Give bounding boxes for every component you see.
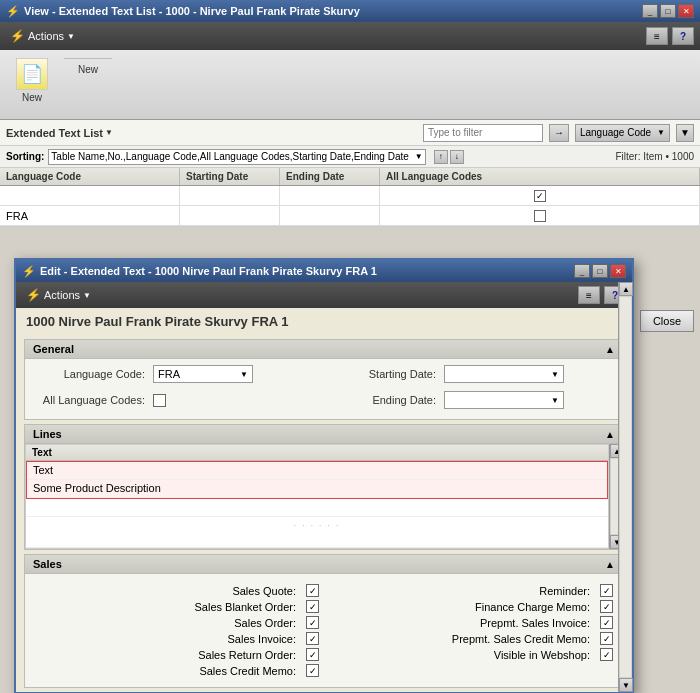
- table-row: FRA: [0, 206, 700, 226]
- lines-row-empty2[interactable]: [26, 530, 608, 548]
- expand-button[interactable]: ▼: [676, 124, 694, 142]
- list-bar: Extended Text List ▼ → Language Code ▼ ▼: [0, 120, 700, 146]
- language-code-dropdown-icon: ▼: [240, 370, 248, 379]
- language-code-select[interactable]: FRA ▼: [153, 365, 253, 383]
- lines-row-1[interactable]: Text: [27, 462, 607, 480]
- sales-blanket-order-checkbox[interactable]: ✓: [306, 600, 319, 613]
- language-code-row: Language Code: FRA ▼: [35, 365, 322, 383]
- sales-item-visible-webshop: Visible in Webshop: ✓: [329, 648, 613, 661]
- prepmt-sales-credit-memo-checkbox[interactable]: ✓: [600, 632, 613, 645]
- sales-quote-checkbox[interactable]: ✓: [306, 584, 319, 597]
- dialog-heading: 1000 Nirve Paul Frank Pirate Skurvy FRA …: [16, 308, 632, 335]
- dialog-minimize-button[interactable]: _: [574, 264, 590, 278]
- dialog-lightning-icon: ⚡: [22, 265, 36, 278]
- dialog-window-controls: _ □ ✕: [574, 264, 626, 278]
- sales-credit-memo-checkbox[interactable]: ✓: [306, 664, 319, 677]
- language-code-dropdown[interactable]: Language Code ▼: [575, 124, 670, 142]
- dialog-actions-button[interactable]: ⚡ Actions ▼: [22, 286, 95, 304]
- table-row: ✓: [0, 186, 700, 206]
- dialog-scrollbar: ▲ ▼: [618, 282, 632, 692]
- close-button-main[interactable]: ✕: [678, 4, 694, 18]
- help-button[interactable]: ?: [672, 27, 694, 45]
- dialog-close-button[interactable]: ✕: [610, 264, 626, 278]
- starting-date-field[interactable]: ▼: [444, 365, 564, 383]
- sales-item-prepmt-invoice: Prepmt. Sales Invoice: ✓: [329, 616, 613, 629]
- col-ending-date: Ending Date: [280, 168, 380, 185]
- close-panel: Close: [640, 310, 694, 332]
- sales-grid: Sales Quote: ✓ Reminder: ✓ Sales Blanket…: [35, 580, 613, 681]
- dialog-maximize-button[interactable]: □: [592, 264, 608, 278]
- dialog-scroll-up[interactable]: ▲: [619, 282, 633, 296]
- lines-section: Lines ▲ Text Text Some Product Descripti…: [24, 424, 624, 550]
- new-button[interactable]: 📄 New: [8, 54, 56, 107]
- toolbar-right-controls: ≡ ?: [646, 27, 694, 45]
- cell-starting-date-2[interactable]: [180, 206, 280, 225]
- actions-menu-button[interactable]: ⚡ Actions ▼: [6, 27, 79, 45]
- cell-ending-date-1[interactable]: [280, 186, 380, 205]
- cell-all-language-codes-2[interactable]: [380, 206, 700, 225]
- view-options-button[interactable]: ≡: [646, 27, 668, 45]
- filter-button[interactable]: →: [549, 124, 569, 142]
- dialog-view-options-button[interactable]: ≡: [578, 286, 600, 304]
- actions-lightning-icon: ⚡: [10, 29, 25, 43]
- general-section-collapse-icon[interactable]: ▲: [605, 344, 615, 355]
- filter-input[interactable]: [423, 124, 543, 142]
- lines-section-header: Lines ▲: [25, 425, 623, 444]
- sales-return-order-checkbox[interactable]: ✓: [306, 648, 319, 661]
- sales-section: Sales ▲ Sales Quote: ✓ Reminder: ✓ Sales…: [24, 554, 624, 688]
- dialog-toolbar: ⚡ Actions ▼ ≡ ?: [16, 282, 632, 308]
- cell-ending-date-2[interactable]: [280, 206, 380, 225]
- sales-order-checkbox[interactable]: ✓: [306, 616, 319, 629]
- cell-language-code-2[interactable]: FRA: [0, 206, 180, 225]
- lightning-icon: ⚡: [6, 5, 20, 18]
- finance-charge-memo-checkbox[interactable]: ✓: [600, 600, 613, 613]
- dialog-scroll-thumb[interactable]: [620, 297, 631, 677]
- visible-in-webshop-checkbox[interactable]: ✓: [600, 648, 613, 661]
- sales-item-quote: Sales Quote: ✓: [35, 584, 319, 597]
- all-language-codes-checkbox-1[interactable]: ✓: [534, 190, 546, 202]
- sort-asc-button[interactable]: ↑: [434, 150, 448, 164]
- all-language-codes-checkbox-2[interactable]: [534, 210, 546, 222]
- sales-item-return-order: Sales Return Order: ✓: [35, 648, 319, 661]
- col-language-code: Language Code: [0, 168, 180, 185]
- lines-row-2[interactable]: Some Product Description: [27, 480, 607, 498]
- sales-invoice-checkbox[interactable]: ✓: [306, 632, 319, 645]
- lines-row-empty[interactable]: [26, 499, 608, 517]
- maximize-button[interactable]: □: [660, 4, 676, 18]
- cell-all-language-codes-1[interactable]: ✓: [380, 186, 700, 205]
- all-language-codes-checkbox[interactable]: [153, 394, 166, 407]
- edit-dialog: ⚡ Edit - Extended Text - 1000 Nirve Paul…: [14, 258, 634, 693]
- minimize-button[interactable]: _: [642, 4, 658, 18]
- icon-bar: 📄 New New: [0, 50, 700, 120]
- window-controls: _ □ ✕: [642, 4, 694, 18]
- main-title-bar: ⚡ View - Extended Text List - 1000 - Nir…: [0, 0, 700, 22]
- sort-dropdown[interactable]: Table Name,No.,Language Code,All Languag…: [48, 149, 425, 165]
- close-button[interactable]: Close: [640, 310, 694, 332]
- sales-item-blanket-order: Sales Blanket Order: ✓: [35, 600, 319, 613]
- starting-date-dropdown-icon: ▼: [551, 370, 559, 379]
- dialog-title: ⚡ Edit - Extended Text - 1000 Nirve Paul…: [22, 265, 377, 278]
- dialog-title-bar: ⚡ Edit - Extended Text - 1000 Nirve Paul…: [16, 260, 632, 282]
- starting-date-row: Starting Date: ▼: [326, 365, 613, 383]
- reminder-checkbox[interactable]: ✓: [600, 584, 613, 597]
- dialog-scroll-down[interactable]: ▼: [619, 678, 633, 692]
- lines-table-area: Text Text Some Product Description . . .…: [25, 444, 609, 549]
- main-toolbar: ⚡ Actions ▼ ≡ ?: [0, 22, 700, 50]
- col-starting-date: Starting Date: [180, 168, 280, 185]
- lines-content: Text Text Some Product Description . . .…: [25, 444, 623, 549]
- main-window-title: ⚡ View - Extended Text List - 1000 - Nir…: [6, 5, 360, 18]
- sales-section-collapse-icon[interactable]: ▲: [605, 559, 615, 570]
- application-window: ⚡ View - Extended Text List - 1000 - Nir…: [0, 0, 700, 693]
- sales-item-credit-memo: Sales Credit Memo: ✓: [35, 664, 319, 677]
- cell-language-code-1[interactable]: [0, 186, 180, 205]
- prepmt-sales-invoice-checkbox[interactable]: ✓: [600, 616, 613, 629]
- cell-starting-date-1[interactable]: [180, 186, 280, 205]
- sales-section-header: Sales ▲: [25, 555, 623, 574]
- sort-desc-button[interactable]: ↓: [450, 150, 464, 164]
- sales-section-content: Sales Quote: ✓ Reminder: ✓ Sales Blanket…: [25, 574, 623, 687]
- ending-date-field[interactable]: ▼: [444, 391, 564, 409]
- new-icon: 📄: [16, 58, 48, 90]
- lines-section-collapse-icon[interactable]: ▲: [605, 429, 615, 440]
- sort-order-icons: ↑ ↓: [434, 150, 464, 164]
- sort-chevron: ▼: [415, 152, 423, 161]
